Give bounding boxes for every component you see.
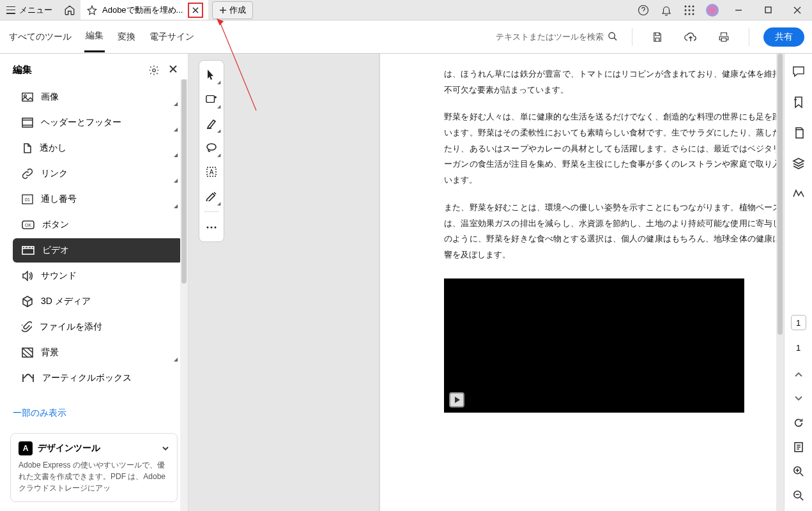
tab-close-button[interactable]: [188, 3, 203, 18]
print-button[interactable]: [713, 26, 735, 48]
submenu-indicator-icon: ◢: [174, 101, 178, 107]
panel-item-sound[interactable]: サウンド: [13, 264, 183, 288]
zoom-out-button[interactable]: [790, 487, 808, 505]
close-icon: [793, 6, 801, 14]
more-tools[interactable]: [201, 216, 222, 239]
page-up-button[interactable]: [790, 365, 808, 383]
chevron-down-icon[interactable]: [162, 445, 169, 452]
panel-header: 編集: [0, 54, 188, 84]
zoom-in-icon: [793, 466, 804, 477]
design-card-title: デザインツール: [38, 443, 100, 454]
panel-scrollbar[interactable]: [180, 79, 188, 511]
profile-button[interactable]: [701, 0, 724, 20]
tab-all-tools[interactable]: すべてのツール: [8, 22, 73, 52]
clipboard-panel-button[interactable]: [790, 124, 808, 142]
bookmark-panel-button[interactable]: [790, 93, 808, 111]
lasso-icon: [206, 143, 217, 152]
select-tool[interactable]: ◢: [201, 63, 222, 86]
panel-close-button[interactable]: [169, 65, 178, 76]
svg-point-9: [693, 13, 694, 15]
layers-panel-button[interactable]: [790, 155, 808, 172]
comment-panel-button[interactable]: [790, 63, 808, 80]
more-icon: [206, 226, 217, 229]
panel-settings-button[interactable]: [148, 65, 160, 76]
rotate-button[interactable]: [790, 414, 808, 432]
cloud-upload-icon: [684, 31, 697, 43]
tab-convert[interactable]: 変換: [116, 22, 137, 52]
window-close-button[interactable]: [783, 0, 812, 20]
highlight-tool[interactable]: ◢: [201, 112, 222, 135]
menu-button[interactable]: メニュー: [0, 0, 59, 20]
panel-item-attach-file[interactable]: ファイルを添付: [13, 315, 183, 339]
panel-item-label: 3D メディア: [41, 296, 91, 307]
panel-item-article-box[interactable]: アーティクルボックス: [13, 366, 183, 390]
minimize-button[interactable]: [724, 0, 753, 20]
numbering-icon: 01: [22, 194, 33, 204]
submenu-indicator-icon: ◢: [174, 152, 178, 158]
search-input[interactable]: テキストまたはツールを検索: [493, 29, 618, 45]
attach-file-icon: [22, 321, 32, 333]
page-layout-button[interactable]: [790, 438, 808, 456]
document-page[interactable]: は、ほうれん草には鉄分が豊富で、トマトにはリコピンが含まれており、健康な体を維持…: [380, 54, 784, 511]
panel-item-header-footer[interactable]: ヘッダーとフッター◢: [13, 111, 183, 135]
panel-item-background[interactable]: 背景◢: [13, 340, 183, 365]
document-tab[interactable]: Adobeで動画を埋め...: [80, 0, 208, 20]
svg-point-8: [689, 13, 691, 15]
page-down-button[interactable]: [790, 390, 808, 408]
search-icon: [608, 31, 618, 42]
zoom-in-button[interactable]: [790, 462, 808, 480]
tab-esign[interactable]: 電子サイン: [148, 22, 195, 52]
svg-rect-15: [22, 118, 33, 127]
save-button[interactable]: [647, 26, 668, 48]
panel-item-label: 透かし: [40, 142, 66, 154]
panel-item-image[interactable]: 画像◢: [13, 85, 183, 109]
maximize-button[interactable]: [753, 0, 783, 20]
share-button[interactable]: 共有: [763, 27, 804, 47]
video-icon: [22, 246, 34, 255]
apps-button[interactable]: [678, 0, 701, 20]
add-text-tool[interactable]: ◢: [201, 88, 222, 111]
document-area: は、ほうれん草には鉄分が豊富で、トマトにはリコピンが含まれており、健康な体を維持…: [188, 54, 784, 511]
svg-point-4: [685, 9, 687, 11]
panel-item-label: ヘッダーとフッター: [41, 117, 121, 128]
show-partial-link[interactable]: 一部のみ表示: [0, 402, 188, 424]
article-box-icon: [22, 373, 34, 383]
page-badge[interactable]: 1: [791, 315, 806, 330]
svg-point-3: [693, 5, 694, 7]
play-button[interactable]: [449, 392, 464, 408]
draw-tool[interactable]: ◢: [201, 185, 222, 208]
design-tool-card[interactable]: A デザインツール Adobe Express の使いやすいツールで、優れた文書…: [10, 433, 178, 502]
svg-point-2: [689, 5, 691, 7]
text-select-tool[interactable]: A: [201, 160, 222, 183]
layers-icon: [792, 157, 805, 170]
close-icon: [192, 6, 199, 14]
notifications-button[interactable]: [655, 0, 678, 20]
add-text-icon: [206, 94, 217, 104]
minimize-icon: [735, 6, 742, 14]
toolbar: すべてのツール 編集 変換 電子サイン テキストまたはツールを検索 共有: [0, 20, 812, 54]
embedded-video[interactable]: [444, 278, 744, 413]
create-button[interactable]: 作成: [212, 1, 253, 19]
panel-item-video[interactable]: ビデオ: [13, 238, 183, 263]
panel-item-label: 画像: [41, 91, 59, 103]
panel-item-3d-media[interactable]: 3D メディア: [13, 289, 183, 314]
home-button[interactable]: [59, 0, 80, 20]
help-button[interactable]: [632, 0, 655, 20]
panel-item-label: 通し番号: [41, 194, 77, 205]
panel-item-button[interactable]: OKボタン: [13, 213, 183, 237]
panel-item-watermark[interactable]: 透かし◢: [13, 136, 183, 160]
panel-item-numbering[interactable]: 01通し番号◢: [13, 187, 183, 211]
panel-item-label: サウンド: [41, 270, 77, 282]
text-select-icon: A: [206, 167, 217, 177]
cloud-upload-button[interactable]: [680, 26, 701, 48]
lasso-tool[interactable]: ◢: [201, 136, 222, 159]
document-scrollbar[interactable]: [776, 54, 784, 511]
tab-edit[interactable]: 編集: [84, 21, 105, 52]
crop-panel-button[interactable]: [790, 185, 808, 203]
svg-text:01: 01: [25, 197, 30, 202]
button-icon: OK: [22, 220, 34, 229]
adobe-logo-icon: A: [19, 441, 33, 455]
copy-icon: [793, 126, 804, 139]
panel-item-link[interactable]: リンク◢: [13, 162, 183, 186]
pen-icon: [206, 191, 217, 201]
